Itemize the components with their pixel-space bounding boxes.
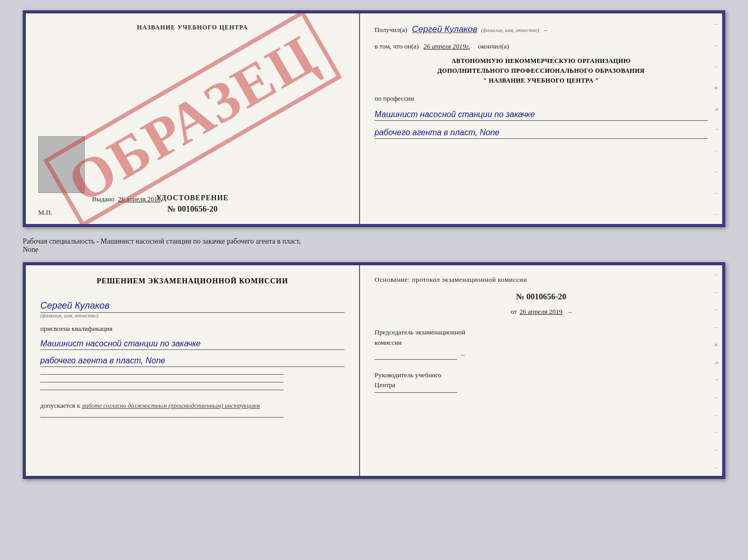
po-professii-label: по профессии (375, 94, 708, 103)
dopuskaetsya-text: работе согласно должностным (производств… (82, 402, 260, 409)
poluchil-row: Получил(а) Сергей Кулаков (фамилия, имя,… (375, 23, 708, 36)
top-left-title: НАЗВАНИЕ УЧЕБНОГО ЦЕНТРА (38, 24, 347, 31)
predsedatel-sig-line (375, 351, 457, 360)
photo-box (38, 136, 85, 193)
mp-label: М.П. (38, 209, 52, 217)
dopuskaetsya-prefix: допускается к (40, 402, 80, 409)
top-document: НАЗВАНИЕ УЧЕБНОГО ЦЕНТРА ОБРАЗЕЦ УДОСТОВ… (23, 10, 725, 227)
vydano-line: Выдано 26 апреля 2019 (92, 195, 161, 203)
between-line2: None (23, 246, 725, 254)
udostoverenie-label: УДОСТОВЕРЕНИЕ (156, 194, 228, 202)
vtom-row: в том, что он(а) 26 апреля 2019г. окончи… (375, 41, 708, 52)
bottom-document: Решением экзаменационной комиссии Сергей… (23, 262, 725, 479)
bottom-name-hw: Сергей Кулаков (40, 300, 345, 313)
signature-line-4 (40, 417, 284, 418)
bottom-doc-right: Основание: протокол экзаменационной коми… (360, 265, 722, 476)
protocol-number: № 0010656-20 (375, 292, 708, 301)
bottom-name-hint: (фамилия, имя, отчество) (40, 313, 345, 318)
prisvoena-label: присвоена квалификация (40, 325, 345, 333)
bottom-profession-line2: рабочего агента в пласт, None (40, 356, 345, 367)
exam-commission-title: Решением экзаменационной комиссии (40, 276, 345, 287)
top-doc-left: НАЗВАНИЕ УЧЕБНОГО ЦЕНТРА ОБРАЗЕЦ УДОСТОВ… (26, 13, 360, 224)
top-doc-right: Получил(а) Сергей Кулаков (фамилия, имя,… (360, 13, 722, 224)
signature-line-2 (40, 382, 284, 382)
vtom-date: 26 апреля 2019г. (424, 42, 470, 50)
right-edge-dashes: –––и,а←–––– (714, 13, 720, 224)
bottom-profession-line1: Машинист насосной станции по закачке (40, 339, 345, 350)
bottom-name-block: Сергей Кулаков (фамилия, имя, отчество) (40, 296, 345, 318)
signature-line-3 (40, 390, 284, 390)
rukovoditel-sig-line (375, 392, 457, 393)
bottom-doc-left: Решением экзаменационной комиссии Сергей… (26, 265, 360, 476)
between-line1: Рабочая специальность - Машинист насосно… (23, 237, 725, 246)
osnov-title: Основание: протокол экзаменационной коми… (375, 276, 708, 284)
udostoverenie-number: № 0010656-20 (167, 204, 217, 214)
signature-line-1 (40, 374, 284, 375)
dopuskaetsya-block: допускается к работе согласно должностны… (40, 401, 345, 410)
protocol-date: от 26 апреля 2019 – (375, 308, 708, 316)
rukovoditel-label: Руководитель учебного Центра (375, 370, 708, 393)
bottom-right-edge-dashes: ––––и,а←––––– (714, 265, 720, 476)
predsedatel-label: Председатель экзаменационной комиссии – (375, 327, 708, 360)
familiya-hint: (фамилия, имя, отчество) (481, 27, 539, 33)
between-text: Рабочая специальность - Машинист насосно… (23, 235, 725, 254)
profession-line2-top: рабочего агента в пласт, None (375, 128, 708, 139)
org-text: АВТОНОМНУЮ НЕКОММЕРЧЕСКУЮ ОРГАНИЗАЦИЮ ДО… (375, 56, 708, 86)
profession-line1-top: Машинист насосной станции по закачке (375, 110, 708, 121)
poluchil-name: Сергей Кулаков (412, 24, 477, 34)
